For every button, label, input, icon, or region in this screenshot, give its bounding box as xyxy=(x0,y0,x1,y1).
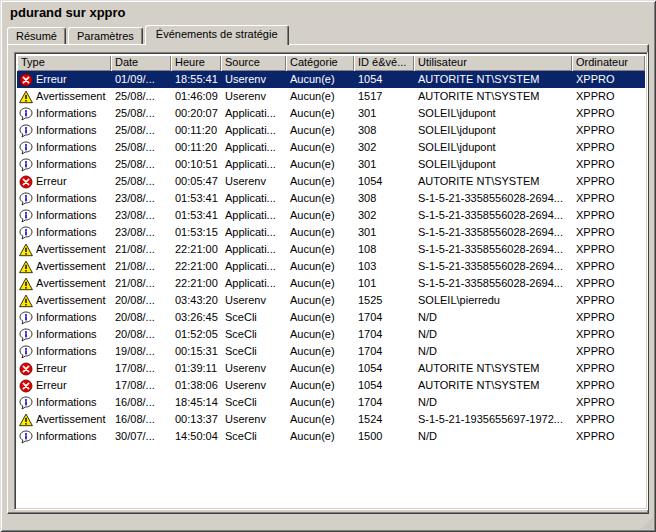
event-type-label: Informations xyxy=(36,190,97,207)
event-row[interactable]: Avertissement21/08/...22:21:00Applicati.… xyxy=(17,241,645,258)
event-time: 00:15:31 xyxy=(171,343,221,360)
event-source: Applicati... xyxy=(221,258,286,275)
event-time: 18:55:41 xyxy=(171,71,221,88)
event-row[interactable]: Informations25/08/...00:11:20Applicati..… xyxy=(17,139,645,156)
event-computer: XPPRO xyxy=(572,326,645,343)
info-icon xyxy=(19,107,33,121)
event-id: 301 xyxy=(354,224,414,241)
column-header-utilisateur[interactable]: Utilisateur xyxy=(414,55,572,71)
event-row[interactable]: Erreur17/08/...01:39:11UserenvAucun(e)10… xyxy=(17,360,645,377)
event-source: SceCli xyxy=(221,394,286,411)
event-id: 308 xyxy=(354,190,414,207)
tab-evenements-strategie[interactable]: Événements de stratégie xyxy=(145,25,289,45)
event-source: Userenv xyxy=(221,411,286,428)
tab-bar: Résumé Paramètres Événements de stratégi… xyxy=(7,25,291,45)
event-row[interactable]: Informations20/08/...01:52:05SceCliAucun… xyxy=(17,326,645,343)
event-type-label: Erreur xyxy=(36,377,67,394)
event-type-label: Informations xyxy=(36,139,97,156)
column-header-ordinateur[interactable]: Ordinateur xyxy=(572,55,645,71)
event-type-label: Erreur xyxy=(36,71,67,88)
event-row[interactable]: Erreur17/08/...01:38:06UserenvAucun(e)10… xyxy=(17,377,645,394)
event-id: 1054 xyxy=(354,360,414,377)
event-row[interactable]: Informations23/08/...01:53:41Applicati..… xyxy=(17,207,645,224)
event-row[interactable]: Informations30/07/...14:50:04SceCliAucun… xyxy=(17,428,645,445)
event-computer: XPPRO xyxy=(572,105,645,122)
event-time: 00:05:47 xyxy=(171,173,221,190)
event-date: 01/09/... xyxy=(111,71,171,88)
column-header-source[interactable]: Source xyxy=(221,55,286,71)
column-header-id-evenement[interactable]: ID é&vé... xyxy=(354,55,414,71)
table-body: Erreur01/09/...18:55:41UserenvAucun(e)10… xyxy=(17,71,645,445)
event-user: SOLEIL\jdupont xyxy=(414,105,572,122)
event-source: Userenv xyxy=(221,71,286,88)
tab-resume[interactable]: Résumé xyxy=(7,27,66,44)
event-row[interactable]: Avertissement20/08/...03:43:20UserenvAuc… xyxy=(17,292,645,309)
event-row[interactable]: Erreur25/08/...00:05:47UserenvAucun(e)10… xyxy=(17,173,645,190)
event-row[interactable]: Informations16/08/...18:45:14SceCliAucun… xyxy=(17,394,645,411)
event-id: 1524 xyxy=(354,411,414,428)
event-date: 23/08/... xyxy=(111,224,171,241)
event-time: 01:39:11 xyxy=(171,360,221,377)
column-header-categorie[interactable]: Catégorie xyxy=(286,55,354,71)
event-date: 17/08/... xyxy=(111,360,171,377)
event-type-label: Informations xyxy=(36,309,97,326)
event-user: S-1-5-21-3358556028-2694... xyxy=(414,207,572,224)
event-id: 1517 xyxy=(354,88,414,105)
event-id: 1054 xyxy=(354,377,414,394)
event-date: 21/08/... xyxy=(111,258,171,275)
event-computer: XPPRO xyxy=(572,411,645,428)
event-row[interactable]: Informations23/08/...01:53:41Applicati..… xyxy=(17,190,645,207)
event-category: Aucun(e) xyxy=(286,394,354,411)
event-category: Aucun(e) xyxy=(286,105,354,122)
event-user: S-1-5-21-3358556028-2694... xyxy=(414,190,572,207)
event-row[interactable]: Avertissement16/08/...00:13:37UserenvAuc… xyxy=(17,411,645,428)
event-row[interactable]: Informations19/08/...00:15:31SceCliAucun… xyxy=(17,343,645,360)
info-icon xyxy=(19,192,33,206)
event-row[interactable]: Informations25/08/...00:20:07Applicati..… xyxy=(17,105,645,122)
event-source: Applicati... xyxy=(221,156,286,173)
event-row[interactable]: Informations20/08/...03:26:45SceCliAucun… xyxy=(17,309,645,326)
resize-grip[interactable] xyxy=(641,517,653,529)
event-source: Userenv xyxy=(221,292,286,309)
event-user: AUTORITE NT\SYSTEM xyxy=(414,71,572,88)
event-id: 1704 xyxy=(354,326,414,343)
event-type-label: Avertissement xyxy=(36,411,106,428)
event-category: Aucun(e) xyxy=(286,377,354,394)
info-icon xyxy=(19,430,33,444)
column-header-heure[interactable]: Heure xyxy=(171,55,221,71)
event-row[interactable]: Informations25/08/...00:11:20Applicati..… xyxy=(17,122,645,139)
event-time: 01:46:09 xyxy=(171,88,221,105)
event-computer: XPPRO xyxy=(572,241,645,258)
event-computer: XPPRO xyxy=(572,207,645,224)
event-category: Aucun(e) xyxy=(286,173,354,190)
event-row[interactable]: Erreur01/09/...18:55:41UserenvAucun(e)10… xyxy=(17,71,645,88)
column-header-date[interactable]: Date xyxy=(111,55,171,71)
info-icon xyxy=(19,209,33,223)
event-user: N/D xyxy=(414,428,572,445)
event-source: Applicati... xyxy=(221,122,286,139)
event-row[interactable]: Avertissement25/08/...01:46:09UserenvAuc… xyxy=(17,88,645,105)
error-icon xyxy=(19,379,33,393)
event-category: Aucun(e) xyxy=(286,190,354,207)
event-type-label: Informations xyxy=(36,428,97,445)
event-time: 00:11:20 xyxy=(171,139,221,156)
event-user: N/D xyxy=(414,326,572,343)
event-user: SOLEIL\pierredu xyxy=(414,292,572,309)
tab-parametres[interactable]: Paramètres xyxy=(68,27,143,44)
event-computer: XPPRO xyxy=(572,309,645,326)
event-row[interactable]: Informations23/08/...01:53:15Applicati..… xyxy=(17,224,645,241)
event-row[interactable]: Avertissement21/08/...22:21:00Applicati.… xyxy=(17,258,645,275)
event-type-label: Erreur xyxy=(36,173,67,190)
info-icon xyxy=(19,141,33,155)
warning-icon xyxy=(19,413,33,427)
column-header-type[interactable]: Type xyxy=(17,55,111,71)
event-id: 1704 xyxy=(354,343,414,360)
event-computer: XPPRO xyxy=(572,275,645,292)
event-row[interactable]: Informations25/08/...00:10:51Applicati..… xyxy=(17,156,645,173)
dialog-window: pdurand sur xppro Résumé Paramètres Évén… xyxy=(0,0,656,532)
event-source: Userenv xyxy=(221,173,286,190)
event-id: 1704 xyxy=(354,394,414,411)
event-type-label: Informations xyxy=(36,156,97,173)
event-row[interactable]: Avertissement21/08/...22:21:00Applicati.… xyxy=(17,275,645,292)
event-time: 22:21:00 xyxy=(171,241,221,258)
